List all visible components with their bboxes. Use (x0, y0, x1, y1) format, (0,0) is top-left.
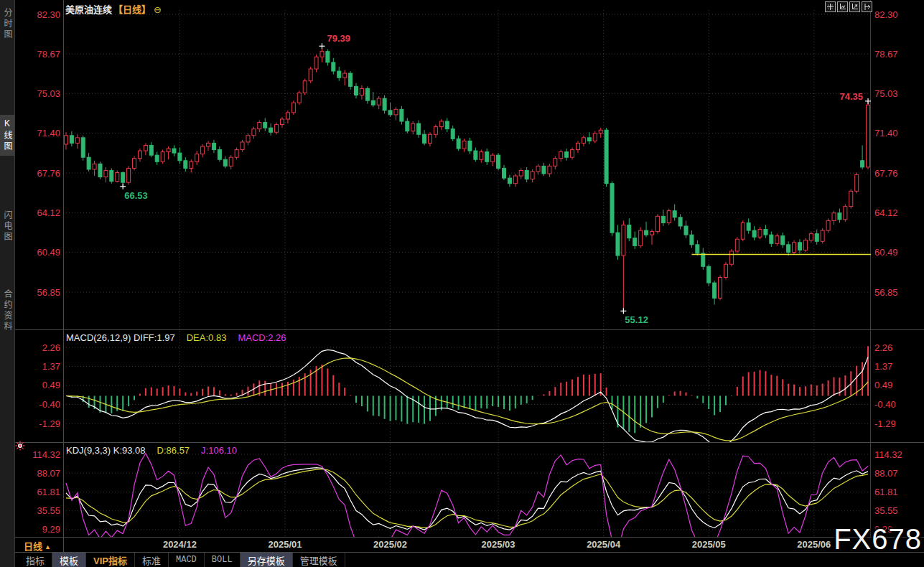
svg-text:88.07: 88.07 (874, 468, 898, 479)
candlesticks (64, 46, 871, 311)
svg-text:78.67: 78.67 (37, 49, 60, 60)
tab-6-selected[interactable]: 另存模板 (241, 553, 293, 567)
gridlines: 2024/122025/012025/022025/032025/042025/… (32, 9, 902, 550)
chart-canvas[interactable]: 2024/122025/012025/022025/032025/042025/… (0, 0, 924, 567)
axis-pan-icon[interactable] (849, 1, 860, 12)
svg-text:74.35: 74.35 (839, 91, 863, 102)
svg-text:-1.29: -1.29 (39, 418, 60, 429)
svg-text:2.26: 2.26 (874, 342, 892, 353)
svg-text:-1.29: -1.29 (874, 418, 896, 429)
bottom-tab-bar: 指标模板VIP指标标准MACDBOLL另存模板管理模板 (15, 553, 924, 567)
macd-value-part-0: MACD(26,12,9) DIFF:1.97 (66, 332, 175, 343)
svg-text:2025/02: 2025/02 (373, 539, 407, 550)
macd-value-part-2: MACD:2.26 (238, 332, 286, 343)
svg-text:56.85: 56.85 (874, 287, 898, 298)
svg-text:9.29: 9.29 (42, 524, 60, 535)
chart-title: 美原油连续【日线】⊖ (65, 2, 162, 16)
svg-text:61.81: 61.81 (874, 487, 898, 497)
svg-text:35.55: 35.55 (37, 505, 60, 516)
svg-text:2024/12: 2024/12 (163, 539, 197, 550)
zoom-out-icon[interactable]: ⊖ (154, 4, 162, 15)
period-dropdown-arrow: ▲ (45, 543, 51, 550)
kdj-value-part-0: KDJ(9,3,3) K:93.08 (66, 445, 146, 456)
svg-text:67.76: 67.76 (37, 168, 60, 179)
svg-text:2025/05: 2025/05 (692, 539, 726, 550)
period-selector[interactable]: 日线▲ (24, 539, 51, 553)
sidebar-item-1[interactable]: K线图 (0, 115, 14, 156)
tab-7-plain[interactable]: 管理模板 (293, 553, 345, 567)
indicator-marker-icon[interactable] (15, 441, 25, 451)
svg-text:60.49: 60.49 (874, 247, 898, 258)
tab-0-plain[interactable]: 指标 (19, 553, 52, 567)
macd-plot (66, 346, 868, 447)
svg-text:114.32: 114.32 (874, 449, 902, 460)
kdj-value-part-1: D:86.57 (157, 445, 190, 456)
svg-text:114.32: 114.32 (32, 449, 60, 460)
sidebar-item-3[interactable]: 合约资料 (0, 286, 14, 336)
svg-text:64.12: 64.12 (874, 207, 898, 218)
svg-text:60.49: 60.49 (37, 247, 60, 258)
svg-text:2025/06: 2025/06 (797, 539, 831, 550)
svg-text:-0.40: -0.40 (874, 399, 896, 410)
chart-toolbar (823, 1, 872, 12)
svg-text:82.30: 82.30 (37, 9, 60, 20)
crosshair-icon[interactable] (825, 1, 836, 12)
price-annotations: 79.3966.5355.1274.35 (120, 33, 871, 325)
svg-text:71.40: 71.40 (37, 128, 60, 139)
svg-text:2025/01: 2025/01 (268, 539, 302, 550)
period-label: 日线 (24, 541, 42, 552)
svg-text:78.67: 78.67 (874, 49, 898, 60)
tab-2-vip[interactable]: VIP指标 (86, 553, 135, 567)
svg-text:88.07: 88.07 (37, 468, 60, 479)
sidebar: 分时图K线图闪电图合约资料 (0, 0, 15, 567)
svg-text:2025/03: 2025/03 (482, 539, 515, 550)
app-window: 2024/122025/012025/022025/032025/042025/… (0, 0, 924, 567)
kdj-indicator-header: KDJ(9,3,3) K:93.08D:86.57J:106.10 (66, 445, 248, 456)
axis-scale-icon[interactable] (837, 1, 848, 12)
tab-4-mono[interactable]: MACD (169, 553, 205, 567)
svg-text:35.55: 35.55 (874, 505, 898, 516)
tab-5-mono[interactable]: BOLL (205, 553, 241, 567)
symbol-name: 美原油连续 (65, 4, 112, 15)
svg-text:0.49: 0.49 (874, 380, 892, 390)
svg-text:79.39: 79.39 (327, 33, 350, 44)
svg-text:75.03: 75.03 (37, 88, 60, 99)
svg-text:64.12: 64.12 (37, 207, 60, 218)
svg-text:71.40: 71.40 (874, 128, 898, 139)
tab-3-plain[interactable]: 标准 (135, 553, 169, 567)
svg-text:66.53: 66.53 (124, 190, 148, 201)
watermark: FX678 (834, 523, 922, 556)
collapse-right-icon[interactable] (862, 1, 872, 12)
macd-indicator-header: MACD(26,12,9) DIFF:1.97DEA:0.83MACD:2.26 (66, 332, 298, 343)
svg-text:2025/04: 2025/04 (587, 539, 621, 550)
panel-borders (15, 0, 924, 553)
svg-text:1.37: 1.37 (874, 361, 892, 372)
kdj-plot (66, 454, 868, 550)
svg-text:2.26: 2.26 (42, 342, 60, 353)
sidebar-item-2[interactable]: 闪电图 (0, 207, 14, 246)
svg-text:-0.40: -0.40 (39, 399, 60, 410)
period-tag: 【日线】 (113, 4, 151, 15)
svg-text:0.49: 0.49 (42, 380, 60, 390)
sidebar-item-0[interactable]: 分时图 (0, 4, 14, 44)
svg-text:67.76: 67.76 (874, 168, 898, 179)
macd-value-part-1: DEA:0.83 (187, 332, 227, 343)
svg-text:82.30: 82.30 (874, 9, 898, 20)
svg-text:61.81: 61.81 (37, 487, 60, 497)
tab-1-selected[interactable]: 模板 (52, 553, 86, 567)
svg-text:56.85: 56.85 (37, 287, 60, 298)
svg-text:1.37: 1.37 (42, 361, 60, 372)
svg-text:55.12: 55.12 (625, 314, 648, 325)
kdj-value-part-2: J:106.10 (201, 445, 237, 456)
svg-text:75.03: 75.03 (874, 88, 898, 99)
